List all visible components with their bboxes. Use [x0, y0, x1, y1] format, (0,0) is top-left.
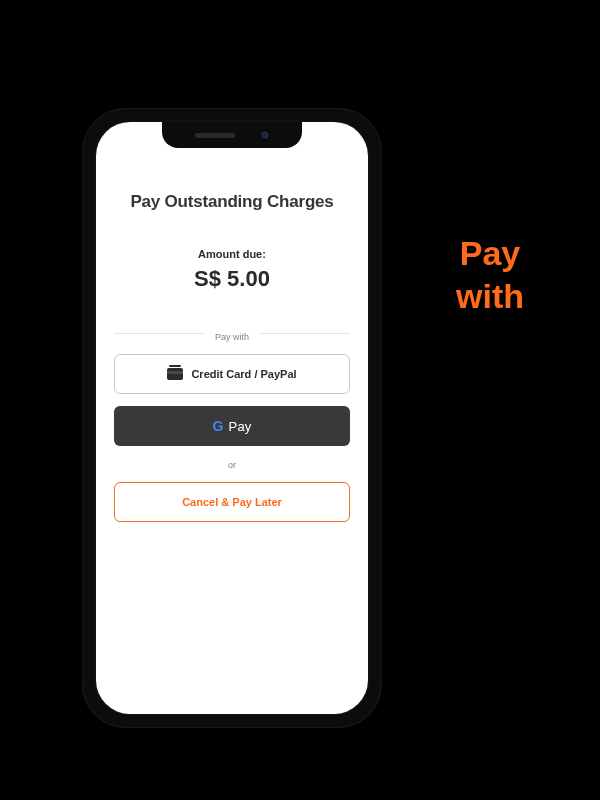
promo-heading: Pay with: [420, 232, 560, 317]
pay-with-label: Pay with: [205, 332, 259, 342]
cancel-button-label: Cancel & Pay Later: [182, 496, 282, 508]
phone-notch: [162, 122, 302, 148]
google-pay-label: Pay: [229, 419, 252, 434]
phone-frame: Pay Outstanding Charges Amount due: S$ 5…: [82, 108, 382, 728]
page-title: Pay Outstanding Charges: [114, 192, 350, 212]
speaker-grille: [195, 133, 235, 138]
amount-due-label: Amount due:: [114, 248, 350, 260]
g-logo-part: G: [212, 418, 223, 434]
or-divider-label: or: [114, 460, 350, 470]
pay-with-divider: Pay with: [114, 326, 350, 340]
phone-screen: Pay Outstanding Charges Amount due: S$ 5…: [96, 122, 368, 714]
credit-card-button[interactable]: Credit Card / PayPal: [114, 354, 350, 394]
credit-card-icon: [167, 368, 183, 380]
promo-heading-line1: Pay: [420, 232, 560, 275]
credit-card-button-label: Credit Card / PayPal: [191, 368, 296, 380]
amount-due-value: S$ 5.00: [114, 266, 350, 292]
promo-heading-line2: with: [420, 275, 560, 318]
google-pay-logo: G Pay: [212, 418, 251, 434]
front-camera: [261, 131, 269, 139]
cancel-pay-later-button[interactable]: Cancel & Pay Later: [114, 482, 350, 522]
phone-bezel: Pay Outstanding Charges Amount due: S$ 5…: [94, 120, 370, 716]
google-pay-button[interactable]: G Pay: [114, 406, 350, 446]
